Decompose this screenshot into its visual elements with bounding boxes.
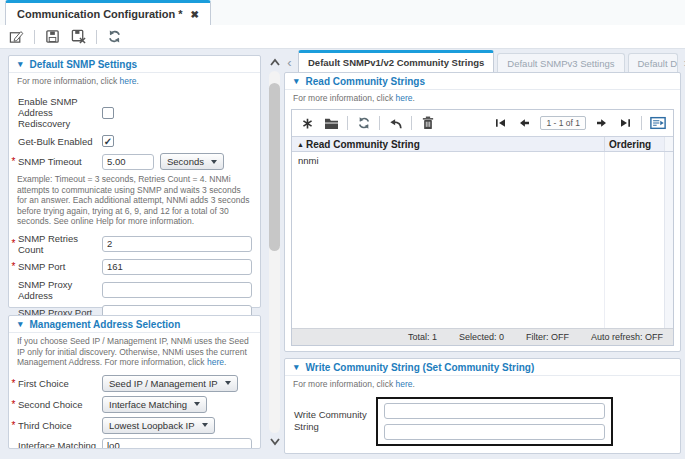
open-in-form-icon[interactable]: [649, 115, 666, 132]
close-icon[interactable]: ✖: [191, 9, 199, 20]
window-tab-bar: Communication Configuration * ✖: [0, 0, 685, 25]
column-header-read-community-string[interactable]: ▲ Read Community String: [292, 137, 604, 151]
second-choice-select[interactable]: Interface Matching: [102, 396, 207, 413]
collapse-icon: ▾: [294, 76, 299, 86]
main-toolbar: [0, 25, 685, 49]
new-icon[interactable]: [299, 115, 316, 132]
timeout-label: SNMP Timeout: [18, 156, 102, 167]
section-title: Read Community Strings: [306, 76, 425, 87]
management-address-selection-panel: ▾ Management Address Selection If you ch…: [8, 315, 261, 449]
scroll-down-icon[interactable]: [266, 434, 283, 449]
here-link[interactable]: here: [207, 357, 224, 367]
retries-label: SNMP Retries Count: [18, 233, 102, 255]
dropdown-arrow-icon: [194, 402, 200, 406]
section-title: Default SNMP Settings: [30, 59, 138, 70]
write-community-string-panel: ▾ Write Community String (Set Community …: [284, 358, 681, 454]
write-community-string-confirm-input[interactable]: [384, 424, 605, 440]
required-marker: *: [9, 261, 18, 272]
write-community-string-highlight-box: [376, 397, 613, 446]
scrollbar-thumb[interactable]: [269, 83, 280, 251]
required-marker: *: [9, 420, 18, 431]
tabs-scroll-left-icon[interactable]: ‹: [284, 56, 295, 72]
status-total: Total: 1: [408, 332, 437, 342]
section-title: Write Community String (Set Community St…: [306, 362, 535, 373]
third-choice-label: Third Choice: [18, 420, 102, 431]
section-management-address-selection[interactable]: ▾ Management Address Selection: [9, 316, 260, 333]
default-snmp-settings-panel: ▾ Default SNMP Settings For more informa…: [8, 55, 261, 308]
refresh-icon[interactable]: [355, 115, 372, 132]
column-header-ordering[interactable]: Ordering: [604, 137, 664, 151]
get-bulk-enabled-checkbox[interactable]: ✓: [102, 135, 114, 147]
delete-icon[interactable]: [419, 115, 436, 132]
getbulk-label: Get-Bulk Enabled: [18, 136, 102, 147]
left-panel-scrollbar: [266, 55, 283, 449]
timeout-example-text: Example: Timeout = 3 seconds, Retries Co…: [9, 170, 260, 227]
previous-page-icon[interactable]: [516, 115, 533, 132]
port-label: SNMP Port: [18, 261, 102, 272]
table-row[interactable]: nnmi: [292, 152, 604, 168]
status-filter: Filter: OFF: [526, 332, 569, 342]
snmp-proxy-address-input[interactable]: [102, 282, 252, 298]
required-marker: *: [9, 399, 18, 410]
scrollbar-track[interactable]: [269, 71, 280, 433]
content-area: ▾ Default SNMP Settings For more informa…: [0, 49, 685, 459]
here-link[interactable]: here: [396, 379, 413, 389]
write-info-text: For more information, click here.: [285, 376, 680, 390]
timeout-unit-select[interactable]: Seconds: [160, 153, 224, 170]
snmp-retries-count-input[interactable]: [102, 236, 252, 252]
undo-icon[interactable]: [387, 115, 404, 132]
tab-default-snmpv1v2-community-strings[interactable]: Default SNMPv1/v2 Community Strings: [298, 50, 494, 72]
toolbar-separator: [96, 30, 97, 44]
second-choice-label: Second Choice: [18, 399, 102, 410]
write-community-string-row: Write Community String: [294, 397, 672, 446]
proxy-address-label: SNMP Proxy Address: [18, 279, 102, 301]
save-and-close-icon[interactable]: [70, 28, 87, 45]
check-icon: ✓: [104, 136, 112, 147]
read-community-strings-table: 1 - 1 of 1 ▲ Read Community St: [291, 109, 674, 346]
third-choice-select[interactable]: Lowest Loopback IP: [102, 417, 215, 434]
section-title: Management Address Selection: [30, 319, 181, 330]
save-icon[interactable]: [44, 28, 61, 45]
toolbar-separator: [34, 30, 35, 44]
read-info-text: For more information, click here.: [285, 90, 680, 104]
first-page-icon[interactable]: [492, 115, 509, 132]
refresh-icon[interactable]: [106, 28, 123, 45]
here-link[interactable]: here: [396, 93, 413, 103]
table-body: nnmi: [292, 152, 673, 328]
tab-communication-configuration[interactable]: Communication Configuration * ✖: [5, 0, 211, 25]
status-auto-refresh: Auto refresh: OFF: [591, 332, 663, 342]
rediscovery-label: Enable SNMP Address Rediscovery: [18, 96, 102, 129]
required-marker: *: [9, 156, 18, 167]
interface-matching-label: Interface Matching: [18, 440, 102, 449]
last-page-icon[interactable]: [617, 115, 634, 132]
snmp-port-input[interactable]: [102, 259, 252, 275]
write-community-string-input[interactable]: [384, 403, 605, 419]
sort-ascending-icon: ▲: [297, 141, 304, 148]
snmp-timeout-input[interactable]: [102, 154, 154, 170]
section-write-community-string[interactable]: ▾ Write Community String (Set Community …: [285, 359, 680, 376]
open-folder-icon[interactable]: [323, 115, 340, 132]
table-status-bar: Total: 1 Selected: 0 Filter: OFF Auto re…: [292, 328, 673, 345]
dropdown-arrow-icon: [202, 423, 208, 427]
write-community-string-label: Write Community String: [294, 397, 376, 446]
enable-snmp-address-rediscovery-checkbox[interactable]: [102, 107, 114, 119]
tab-default-snmpv3-settings[interactable]: Default SNMPv3 Settings: [497, 53, 624, 72]
status-selected: Selected: 0: [459, 332, 504, 342]
pagination-range[interactable]: 1 - 1 of 1: [540, 116, 586, 130]
interface-matching-input[interactable]: [102, 438, 252, 450]
collapse-icon: ▾: [18, 59, 23, 69]
first-choice-select[interactable]: Seed IP / Management IP: [102, 375, 238, 392]
mgmt-description: If you choose Seed IP / Management IP, N…: [9, 333, 260, 368]
table-scrollbar[interactable]: [664, 152, 673, 328]
edit-icon[interactable]: [8, 28, 25, 45]
snmp-info-text: For more information, click here.: [9, 73, 260, 87]
dropdown-arrow-icon: [225, 381, 231, 385]
tab-default-device-credentials[interactable]: Default Device Crede: [628, 53, 678, 72]
scroll-up-icon[interactable]: [266, 55, 283, 70]
next-page-icon[interactable]: [593, 115, 610, 132]
section-read-community-strings[interactable]: ▾ Read Community Strings: [285, 73, 680, 90]
section-default-snmp-settings[interactable]: ▾ Default SNMP Settings: [9, 56, 260, 73]
communication-configuration-window: Communication Configuration * ✖ ▾ Defaul…: [0, 0, 685, 459]
here-link[interactable]: here: [120, 76, 137, 86]
tabs-scroll-right-icon[interactable]: ›: [681, 56, 685, 72]
